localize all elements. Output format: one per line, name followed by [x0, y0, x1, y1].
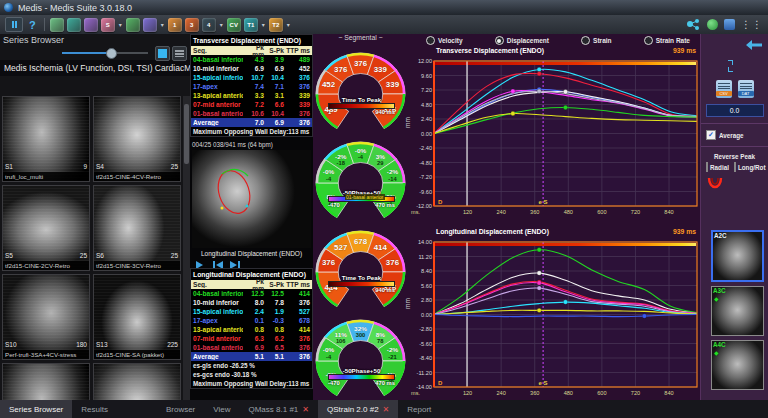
dropdown-caret-icon[interactable]: ▾ [262, 21, 265, 28]
cine-viewport[interactable]: 004/25 038/941 ms (64 bpm) Longitudinal … [190, 140, 313, 272]
radio-option-strain[interactable]: Strain [581, 36, 611, 45]
longitudinal-displacement-table[interactable]: Longitudinal Displacement (ENDO)Seg.Pk m… [190, 268, 313, 389]
average-row[interactable]: Average5.15.1376 [191, 352, 312, 361]
status-green-icon[interactable] [707, 19, 718, 30]
segmental-map[interactable]: 8%79-0%-4-2%-18-0%-43%29-2%-14-0%-1 -50P… [313, 133, 408, 222]
dropdown-caret-icon[interactable]: ▾ [161, 21, 164, 28]
bottom-tab-series-browser[interactable]: Series Browser [0, 400, 72, 418]
bottom-tab-results[interactable]: Results [72, 400, 117, 418]
layout-icon[interactable] [724, 19, 735, 30]
series-thumbnail[interactable]: S425tf2d15-CINE-4CV-Retro [93, 96, 181, 182]
back-arrow-icon[interactable] [701, 34, 768, 54]
series-thumbnail[interactable]: S525tf2d15-CINE-2CV-Retro [2, 185, 90, 271]
segment-row[interactable]: 15-apical inferior2.41.9527 [191, 307, 312, 316]
export-csv-icon[interactable]: CSV [716, 80, 732, 98]
myocardium-icon[interactable] [706, 177, 724, 193]
svg-text:376: 376 [386, 258, 399, 267]
segment-row[interactable]: 01-basal anterior10.610.4376 [191, 109, 312, 118]
series-thumbnail[interactable] [93, 363, 181, 400]
app-icon[interactable]: T2 [269, 18, 283, 32]
dropdown-caret-icon[interactable]: ▾ [119, 21, 122, 28]
transverse-displacement-table[interactable]: Transverse Displacement (ENDO)Seg.Pk mmS… [190, 34, 313, 137]
app-icon[interactable]: 3 [185, 18, 199, 32]
dropdown-caret-icon[interactable]: ▾ [220, 21, 223, 28]
app-icon[interactable]: 4 [202, 18, 216, 32]
workspace-tab-qmass-8-1--1[interactable]: QMass 8.1 #1✕ [239, 400, 318, 418]
series-thumbnail[interactable]: S13225tf2d15-CINE-SA (pakket) [93, 274, 181, 360]
svg-text:-2%: -2% [387, 169, 399, 176]
segment-row[interactable]: 13-apical anterior3.33.1339 [191, 91, 312, 100]
series-thumbnail[interactable]: S19trufi_loc_multi [2, 96, 90, 182]
media-player-icon[interactable] [5, 17, 23, 32]
series-thumbnail[interactable] [2, 363, 90, 400]
radio-icon[interactable] [426, 36, 435, 45]
close-tab-icon[interactable]: ✕ [302, 405, 309, 414]
longrot-checkbox[interactable] [734, 162, 736, 172]
radio-option-velocity[interactable]: Velocity [426, 36, 463, 45]
mri-thumbnail-image [3, 97, 89, 181]
segment-row[interactable]: 17-apex7.47.1376 [191, 82, 312, 91]
segmental-map[interactable]: 414376527678414376376 Time To Peak 1940 … [313, 222, 408, 311]
list-view-button[interactable] [172, 46, 187, 61]
workspace-tab-view[interactable]: View [204, 400, 239, 418]
segmental-header: ~ Segmental ~ [313, 34, 408, 44]
slider-handle[interactable] [106, 48, 117, 59]
radio-icon[interactable] [581, 36, 590, 45]
app-icon[interactable] [67, 18, 81, 32]
radio-option-displacement[interactable]: Displacement [495, 36, 549, 45]
connections-icon[interactable] [686, 18, 701, 31]
app-icon[interactable]: 1 [168, 18, 182, 32]
export-report-icon[interactable]: DAT [738, 80, 754, 98]
svg-text:11.20: 11.20 [418, 254, 432, 260]
app-icon[interactable] [84, 18, 98, 32]
grid-view-button[interactable] [155, 46, 170, 61]
app-icon[interactable] [126, 18, 140, 32]
longrot-label: Long/Rot [738, 164, 766, 171]
segment-row[interactable]: 10-mid inferior6.96.9452 [191, 64, 312, 73]
app-icon[interactable]: T1 [244, 18, 258, 32]
segment-row[interactable]: 10-mid inferior8.07.8376 [191, 298, 312, 307]
app-icon[interactable] [50, 18, 64, 32]
view-thumbnail-a3c[interactable]: A3C◆ [711, 286, 764, 336]
segment-row[interactable]: 07-mid anterior7.26.6339 [191, 100, 312, 109]
series-thumbnail[interactable]: S625tf2d15-CINE-3CV-Retro [93, 185, 181, 271]
divider [701, 146, 768, 147]
segment-row[interactable]: 17-apex0.1-0.3678 [191, 316, 312, 325]
workspace-tab-browser[interactable]: Browser [157, 400, 204, 418]
view-thumbnail-a2c[interactable]: A2C [711, 230, 764, 282]
app-icon[interactable]: S [101, 18, 115, 32]
dropdown-caret-icon[interactable]: ▾ [287, 21, 290, 28]
segment-row[interactable]: 04-basal inferior12.512.5414 [191, 289, 312, 298]
radial-checkbox[interactable] [706, 162, 708, 172]
radio-icon[interactable] [495, 36, 504, 45]
fullscreen-icon[interactable] [728, 60, 742, 72]
help-button[interactable]: ? [26, 19, 39, 31]
segment-row[interactable]: 04-basal inferior4.33.9489 [191, 55, 312, 64]
segment-row[interactable]: 13-apical anterior0.80.8414 [191, 325, 312, 334]
average-row[interactable]: Average7.06.9376 [191, 118, 312, 127]
svg-text:600: 600 [597, 390, 606, 396]
close-tab-icon[interactable]: ✕ [383, 405, 390, 414]
workspace-tab-report[interactable]: Report [398, 400, 440, 418]
series-thumbnail[interactable]: S10180Perf-trufi-3SA+4CV-stress [2, 274, 90, 360]
radio-icon[interactable] [644, 36, 653, 45]
segment-row[interactable]: 15-apical inferior10.710.4376 [191, 73, 312, 82]
segment-row[interactable]: 07-mid anterior6.36.2376 [191, 334, 312, 343]
workspace-tab-qstrain-2-0--2[interactable]: QStrain 2.0 #2✕ [318, 400, 398, 418]
longitudinal-displacement-chart[interactable]: Longitudinal Displacement (ENDO) 939 ms … [408, 228, 700, 402]
series-name: trufi_loc_multi [3, 172, 89, 181]
series-id: S4 [96, 163, 104, 170]
series-scrollbar[interactable] [183, 96, 190, 400]
transverse-displacement-chart[interactable]: Transverse Displacement (ENDO) 939 ms mm… [408, 47, 700, 221]
segmental-map[interactable]: -0%-3-0%-411%10632%3008%78-2%-21-4%-36 -… [313, 311, 408, 400]
segment-row[interactable]: 01-basal anterior6.96.5376 [191, 343, 312, 352]
menu-icon[interactable]: ⋮⋮ [741, 19, 763, 30]
view-thumbnail-a4c[interactable]: A4C◆ [711, 340, 764, 390]
series-id: S10 [5, 341, 17, 348]
app-icon[interactable]: CV [227, 18, 241, 32]
average-checkbox[interactable]: ✓ [706, 130, 716, 140]
radio-option-strain-rate[interactable]: Strain Rate [644, 36, 690, 45]
cine-image[interactable] [192, 150, 311, 248]
app-icon[interactable] [143, 18, 157, 32]
segmental-map[interactable]: 489452376376339339376 Time To Peak 1940 … [313, 44, 408, 133]
